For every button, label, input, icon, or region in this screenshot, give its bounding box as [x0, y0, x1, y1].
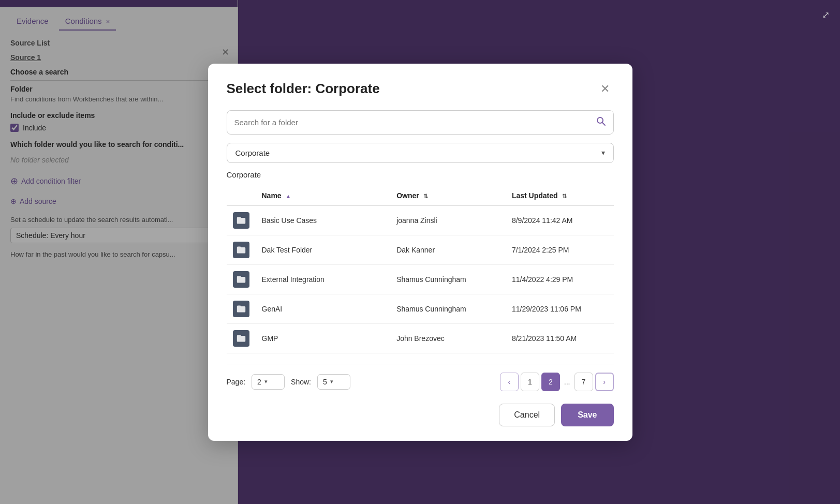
- row-name: External Integration: [256, 264, 391, 294]
- page-chevron-icon: ▾: [264, 378, 268, 385]
- row-last-updated: 11/29/2023 11:06 PM: [506, 294, 614, 323]
- row-last-updated: 8/9/2024 11:42 AM: [506, 205, 614, 235]
- folder-icon: [233, 271, 249, 288]
- search-bar: [227, 110, 614, 135]
- page-select[interactable]: 2 ▾: [252, 374, 285, 390]
- folder-icon-cell: [227, 205, 256, 235]
- folder-icon-cell: [227, 264, 256, 294]
- row-name: Basic Use Cases: [256, 205, 391, 235]
- page-7-button[interactable]: 7: [574, 373, 593, 391]
- table-row[interactable]: Basic Use Cases joanna Zinsli 8/9/2024 1…: [227, 205, 614, 235]
- col-updated-header[interactable]: Last Updated ⇅: [506, 187, 614, 205]
- prev-page-button[interactable]: ‹: [500, 373, 519, 391]
- col-name-header[interactable]: Name ▲: [256, 187, 391, 205]
- folder-dropdown[interactable]: Corporate ▾: [227, 143, 614, 163]
- modal-close-button[interactable]: ✕: [596, 80, 614, 98]
- table-row[interactable]: External Integration Shamus Cunningham 1…: [227, 264, 614, 294]
- expand-icon[interactable]: ⤢: [822, 9, 830, 21]
- page-2-button[interactable]: 2: [541, 373, 560, 391]
- folder-icon-cell: [227, 235, 256, 264]
- page-1-button[interactable]: 1: [521, 373, 539, 391]
- pagination-bar: Page: 2 ▾ Show: 5 ▾ ‹ 1 2 ... 7 ›: [227, 364, 614, 391]
- pagination-ellipsis: ...: [562, 378, 572, 386]
- col-owner-header[interactable]: Owner ⇅: [390, 187, 506, 205]
- row-name: GMP: [256, 323, 391, 353]
- modal-overlay: Select folder: Corporate ✕ Corporate ▾ C…: [0, 0, 840, 504]
- name-sort-icon: ▲: [286, 193, 291, 199]
- row-last-updated: 7/1/2024 2:25 PM: [506, 235, 614, 264]
- modal-footer: Cancel Save: [227, 404, 614, 426]
- row-owner: John Brezovec: [390, 323, 506, 353]
- table-row[interactable]: GenAI Shamus Cunningham 11/29/2023 11:06…: [227, 294, 614, 323]
- row-owner: Shamus Cunningham: [390, 264, 506, 294]
- svg-line-1: [602, 123, 605, 125]
- pagination-controls: ‹ 1 2 ... 7 ›: [500, 373, 614, 391]
- folder-icon: [233, 330, 249, 347]
- folder-table: Name ▲ Owner ⇅ Last Updated ⇅: [227, 187, 614, 353]
- row-name: Dak Test Folder: [256, 235, 391, 264]
- show-label: Show:: [291, 378, 311, 386]
- search-input[interactable]: [234, 118, 596, 127]
- row-last-updated: 11/4/2022 4:29 PM: [506, 264, 614, 294]
- folder-icon-cell: [227, 294, 256, 323]
- updated-sort-icon: ⇅: [562, 193, 567, 200]
- row-name: GenAI: [256, 294, 391, 323]
- breadcrumb: Corporate: [227, 170, 614, 179]
- row-owner: Dak Kanner: [390, 235, 506, 264]
- row-owner: Shamus Cunningham: [390, 294, 506, 323]
- page-label: Page:: [227, 378, 246, 386]
- table-row[interactable]: GMP John Brezovec 8/21/2023 11:50 AM: [227, 323, 614, 353]
- modal-header: Select folder: Corporate ✕: [227, 80, 614, 98]
- folder-icon: [233, 242, 249, 258]
- owner-sort-icon: ⇅: [423, 193, 428, 200]
- table-row[interactable]: Dak Test Folder Dak Kanner 7/1/2024 2:25…: [227, 235, 614, 264]
- row-owner: joanna Zinsli: [390, 205, 506, 235]
- folder-dropdown-value: Corporate: [235, 149, 270, 157]
- select-folder-modal: Select folder: Corporate ✕ Corporate ▾ C…: [208, 64, 632, 441]
- show-select[interactable]: 5 ▾: [317, 374, 350, 390]
- modal-title: Select folder: Corporate: [227, 81, 380, 97]
- cancel-button[interactable]: Cancel: [499, 404, 555, 426]
- show-chevron-icon: ▾: [330, 378, 333, 385]
- row-last-updated: 8/21/2023 11:50 AM: [506, 323, 614, 353]
- search-icon-button[interactable]: [596, 116, 606, 129]
- folder-icon-cell: [227, 323, 256, 353]
- chevron-down-icon: ▾: [601, 149, 605, 157]
- folder-icon: [233, 301, 249, 317]
- show-select-value: 5: [323, 378, 327, 386]
- save-button[interactable]: Save: [561, 404, 613, 426]
- next-page-button[interactable]: ›: [595, 373, 614, 391]
- folder-icon: [233, 212, 249, 229]
- page-select-value: 2: [257, 378, 261, 386]
